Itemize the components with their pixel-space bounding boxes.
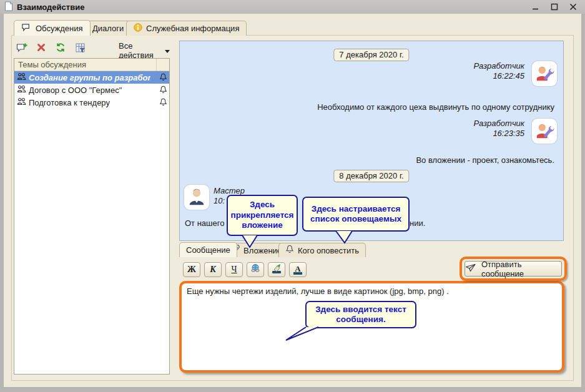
topic-label: Создание группы по разработк...	[29, 73, 150, 82]
close-button[interactable]	[568, 2, 579, 12]
tab-message-label: Сообщение	[186, 245, 230, 255]
topic-row-1[interactable]: Создание группы по разработк...	[14, 71, 169, 84]
all-actions-button[interactable]: Все действия	[119, 41, 170, 60]
italic-button[interactable]: К	[204, 262, 222, 277]
callout-notify: Здесь настраивается список оповещаемых	[302, 197, 410, 232]
configure-list-icon[interactable]	[73, 41, 87, 54]
font-color-label: А	[295, 265, 300, 272]
message-text: Во вложении - проект, ознакомьтесь.	[416, 155, 554, 165]
callout-notify-text: Здесь настраивается список оповещаемых	[307, 204, 405, 225]
topics-list-header[interactable]: Темы обсуждения	[14, 59, 169, 71]
discussion-bubble-icon	[21, 23, 32, 34]
underline-label: Ч	[231, 265, 237, 275]
tab-discussions[interactable]: Обсуждения	[14, 20, 91, 36]
callout-message: Здесь вводится текст сообщения.	[305, 301, 416, 328]
link-icon	[250, 263, 261, 276]
message-time: 16:22:45	[473, 71, 524, 81]
font-color-button[interactable]: А	[289, 262, 307, 277]
bell-icon	[159, 73, 167, 84]
tab-message[interactable]: Сообщение	[179, 242, 237, 257]
window-title: Взаимодействие	[17, 2, 84, 12]
message-text-fragment: нии.	[410, 218, 425, 228]
people-group-icon	[17, 72, 26, 82]
maximize-button[interactable]	[549, 2, 560, 12]
topics-header-label: Темы обсуждения	[18, 60, 86, 69]
info-icon	[134, 23, 142, 34]
callout-attachment-tail	[237, 235, 262, 248]
tab-notify-label: Кого оповестить	[298, 246, 359, 255]
message-text: Необходимо от каждого цеха выдвинуть по …	[317, 102, 554, 112]
bell-icon	[285, 245, 294, 256]
callout-message-tail	[282, 326, 321, 342]
send-message-label: Отправить сообщение	[481, 260, 561, 278]
callout-notify-tail	[330, 230, 356, 244]
message-time: 16:23:35	[473, 129, 524, 139]
new-topic-button[interactable]	[15, 41, 29, 54]
developer-avatar	[532, 61, 557, 86]
highlight-icon	[271, 263, 282, 277]
underline-button[interactable]: Ч	[225, 262, 243, 277]
message-input-text: Еще нужны чертежи изделий, лучше в виде …	[187, 287, 449, 296]
tab-service-info-label: Служебная информация	[146, 24, 239, 33]
topic-row-3[interactable]: Подготовка к тендеру	[14, 96, 169, 109]
topic-label: Договор с ООО "Гермес"	[29, 86, 122, 95]
send-message-button[interactable]: Отправить сообщение	[465, 261, 562, 277]
chevron-down-icon	[165, 50, 170, 53]
link-button[interactable]	[247, 262, 264, 277]
people-group-icon	[17, 97, 26, 107]
delete-topic-button[interactable]	[34, 41, 48, 54]
tab-notify[interactable]: Кого оповестить	[278, 243, 366, 257]
master-avatar	[184, 185, 209, 210]
font-color-icon: А	[293, 265, 302, 275]
topics-list: Темы обсуждения Создание группы по разра…	[14, 58, 170, 375]
topic-label: Подготовка к тендеру	[29, 98, 110, 107]
bold-button[interactable]: Ж	[183, 262, 200, 277]
tab-discussions-label: Обсуждения	[36, 24, 83, 33]
titlebar: Взаимодействие	[0, 0, 585, 14]
tab-service-info[interactable]: Служебная информация	[126, 21, 247, 36]
italic-label: К	[210, 265, 216, 275]
topic-row-2[interactable]: Договор с ООО "Гермес"	[14, 84, 169, 96]
message-text-fragment: От нашего ц	[185, 218, 232, 228]
date-separator: 7 декабря 2020 г.	[333, 49, 409, 61]
application-window: Взаимодействие Обсуждения Диалоги	[0, 0, 585, 392]
column-divider	[156, 59, 157, 71]
date-separator: 8 декабря 2020 г.	[333, 170, 409, 182]
bold-label: Ж	[187, 265, 196, 275]
tab-dialogs-label: Диалоги	[92, 24, 124, 33]
developer-avatar	[532, 119, 557, 144]
callout-attachment-text: Здесь прикрепляется вложение	[231, 200, 294, 230]
send-plane-icon	[465, 263, 476, 274]
message-meta: Разработчик 16:23:35	[473, 119, 524, 139]
document-icon	[4, 1, 13, 13]
callout-message-text: Здесь вводится текст сообщения.	[310, 305, 411, 325]
minimize-button[interactable]	[530, 2, 541, 12]
callout-attachment: Здесь прикрепляется вложение	[227, 195, 298, 236]
people-group-icon	[17, 85, 26, 95]
all-actions-label: Все действия	[119, 41, 162, 60]
message-meta: Разработчик 16:22:45	[473, 61, 524, 81]
bell-icon	[159, 98, 167, 109]
message-author: Разработчик	[473, 119, 524, 129]
refresh-button[interactable]	[54, 41, 67, 54]
bell-icon	[159, 86, 167, 96]
message-author: Разработчик	[473, 61, 524, 71]
highlight-color-button[interactable]	[268, 262, 285, 277]
